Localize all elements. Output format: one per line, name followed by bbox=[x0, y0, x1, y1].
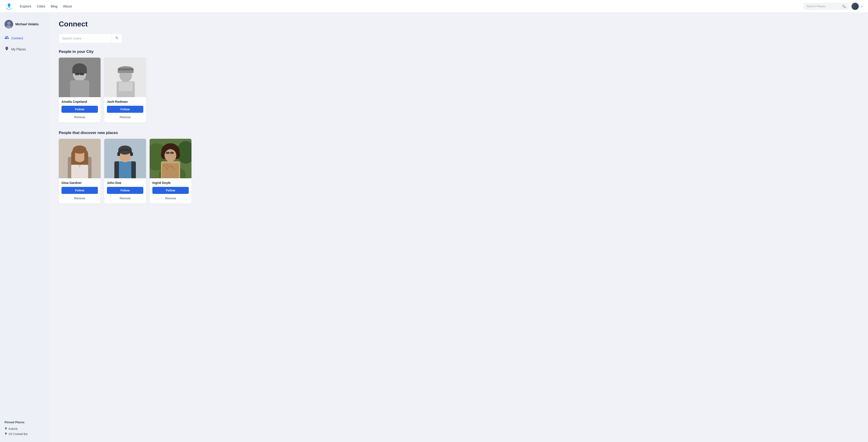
sidebar-item-my-places[interactable]: My Places bbox=[0, 44, 50, 54]
sidebar-item-connect[interactable]: Connect bbox=[0, 33, 50, 43]
person-info-ingrid: Ingrid Doyle Follow Remove bbox=[150, 178, 191, 203]
follow-button-amalia[interactable]: Follow bbox=[61, 106, 98, 113]
follow-button-josh[interactable]: Follow bbox=[107, 106, 143, 113]
pinned-places-title: Pinned Places bbox=[4, 420, 45, 424]
search-users-icon bbox=[115, 36, 119, 41]
person-photo-josh bbox=[104, 58, 146, 97]
person-info-josh: Josh Redman Follow Remove bbox=[104, 97, 146, 123]
search-places-input[interactable] bbox=[807, 4, 840, 8]
svg-rect-46 bbox=[170, 152, 174, 154]
svg-rect-9 bbox=[80, 73, 84, 75]
nav-link-cities[interactable]: Cities bbox=[37, 3, 45, 9]
search-users-input[interactable] bbox=[59, 34, 112, 42]
pin-icon-oz bbox=[4, 432, 7, 436]
search-places-bar: 🔍 bbox=[804, 3, 849, 10]
pinned-place-oz-label: OZ Cocktail Bar bbox=[8, 433, 28, 436]
connect-icon bbox=[4, 35, 9, 41]
sidebar-avatar[interactable] bbox=[4, 20, 13, 29]
layout: Michael Volakis Connect My Places bbox=[0, 0, 868, 442]
svg-rect-30 bbox=[119, 161, 131, 178]
nav-links: Explore Cities Blog About bbox=[20, 3, 796, 9]
follow-button-john[interactable]: Follow bbox=[107, 187, 143, 194]
sidebar-user: Michael Volakis bbox=[0, 18, 50, 33]
search-users-bar bbox=[59, 34, 122, 43]
person-card-john: John Doe Follow Remove bbox=[104, 139, 146, 203]
person-photo-john bbox=[104, 139, 146, 178]
avatar-dropdown-icon[interactable]: ▾ bbox=[862, 5, 863, 7]
nav-link-explore[interactable]: Explore bbox=[20, 3, 31, 9]
main-content: Connect People in your City bbox=[50, 13, 868, 442]
remove-button-ingrid[interactable]: Remove bbox=[152, 196, 189, 201]
navbar: Explore Cities Blog About 🔍 ▾ bbox=[0, 0, 868, 13]
svg-rect-18 bbox=[119, 82, 132, 91]
remove-button-amalia[interactable]: Remove bbox=[61, 115, 98, 120]
sidebar-username: Michael Volakis bbox=[16, 22, 39, 26]
remove-button-john[interactable]: Remove bbox=[107, 196, 143, 201]
sidebar: Michael Volakis Connect My Places bbox=[0, 13, 50, 442]
pin-icon-kubrick bbox=[4, 427, 7, 431]
svg-rect-25 bbox=[84, 150, 87, 163]
avatar-image bbox=[851, 3, 859, 10]
pinned-place-oz-cocktail[interactable]: OZ Cocktail Bar bbox=[4, 431, 45, 437]
discover-section: People that discover new places bbox=[59, 131, 859, 203]
pinned-place-kubrick[interactable]: Kubrick bbox=[4, 426, 45, 431]
follow-button-ingrid[interactable]: Follow bbox=[152, 187, 189, 194]
person-info-john: John Doe Follow Remove bbox=[104, 178, 146, 203]
remove-button-gina[interactable]: Remove bbox=[61, 196, 98, 201]
svg-rect-17 bbox=[118, 68, 133, 70]
nav-logo[interactable] bbox=[5, 3, 13, 10]
page-title: Connect bbox=[59, 20, 859, 28]
person-name-amalia: Amalia Copeland bbox=[61, 100, 98, 103]
svg-rect-7 bbox=[72, 69, 87, 73]
sidebar-item-my-places-label: My Places bbox=[11, 48, 26, 51]
svg-rect-45 bbox=[166, 152, 169, 154]
remove-button-josh[interactable]: Remove bbox=[107, 115, 143, 120]
person-card-amalia: Amalia Copeland Follow Remove bbox=[59, 58, 101, 123]
discover-section-title: People that discover new places bbox=[59, 131, 859, 135]
pinned-places-section: Pinned Places Kubrick OZ Cocktail Bar bbox=[0, 416, 50, 437]
svg-rect-8 bbox=[75, 73, 79, 75]
nav-right: 🔍 ▾ bbox=[804, 3, 863, 10]
discover-people-grid: Gina Gardner Follow Remove bbox=[59, 139, 859, 203]
svg-point-1 bbox=[7, 22, 10, 25]
person-card-ingrid: Ingrid Doyle Follow Remove bbox=[150, 139, 191, 203]
pinned-place-kubrick-label: Kubrick bbox=[8, 427, 18, 431]
svg-rect-5 bbox=[70, 80, 89, 97]
nav-link-about[interactable]: About bbox=[63, 3, 72, 9]
avatar[interactable] bbox=[851, 3, 859, 10]
city-section: People in your City bbox=[59, 50, 859, 123]
search-users-button[interactable] bbox=[112, 34, 122, 43]
sidebar-item-connect-label: Connect bbox=[11, 36, 23, 40]
nav-link-blog[interactable]: Blog bbox=[51, 3, 57, 9]
person-card-gina: Gina Gardner Follow Remove bbox=[59, 139, 101, 203]
person-card-josh: Josh Redman Follow Remove bbox=[104, 58, 146, 123]
svg-rect-24 bbox=[73, 150, 75, 163]
person-photo-amalia bbox=[59, 58, 101, 97]
svg-rect-34 bbox=[117, 152, 120, 156]
city-section-title: People in your City bbox=[59, 50, 859, 54]
person-name-josh: Josh Redman bbox=[107, 100, 143, 103]
search-places-icon: 🔍 bbox=[842, 4, 846, 8]
person-photo-gina bbox=[59, 139, 101, 178]
person-info-gina: Gina Gardner Follow Remove bbox=[59, 178, 101, 203]
person-name-gina: Gina Gardner bbox=[61, 181, 98, 185]
svg-point-44 bbox=[164, 149, 176, 162]
person-name-john: John Doe bbox=[107, 181, 143, 185]
person-photo-ingrid bbox=[150, 139, 191, 178]
my-places-icon bbox=[4, 46, 9, 52]
follow-button-gina[interactable]: Follow bbox=[61, 187, 98, 194]
person-name-ingrid: Ingrid Doyle bbox=[152, 181, 189, 185]
city-people-grid: Amalia Copeland Follow Remove bbox=[59, 58, 859, 123]
person-info-amalia: Amalia Copeland Follow Remove bbox=[59, 97, 101, 123]
sidebar-nav: Connect My Places bbox=[0, 33, 50, 416]
svg-rect-35 bbox=[130, 152, 133, 156]
